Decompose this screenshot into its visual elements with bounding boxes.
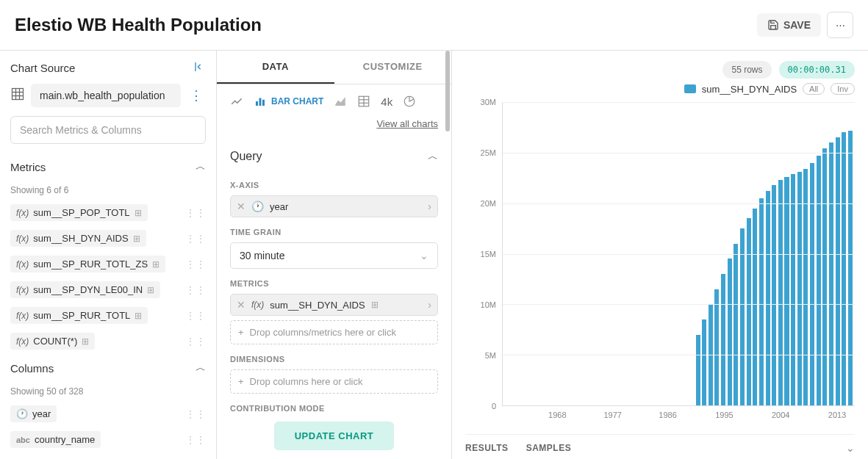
metrics-showing: Showing 6 of 6 (0, 181, 216, 200)
bar[interactable] (810, 163, 814, 405)
chevron-down-icon[interactable]: ⌄ (846, 442, 855, 454)
xaxis-label: X-AXIS (230, 181, 438, 189)
drag-handle-icon[interactable]: ⋮⋮ (185, 284, 206, 296)
drag-handle-icon[interactable]: ⋮⋮ (185, 336, 206, 347)
big-number-type[interactable]: 4k (381, 95, 392, 108)
drag-handle-icon[interactable]: ⋮⋮ (185, 207, 206, 219)
bar[interactable] (759, 198, 764, 405)
bar[interactable] (848, 131, 853, 405)
chart-panel: 55 rows 00:00:00.31 sum__SH_DYN_AIDS All… (452, 51, 868, 459)
x-tick: 1986 (659, 411, 676, 419)
bar[interactable] (772, 185, 776, 405)
save-button[interactable]: SAVE (757, 13, 821, 37)
bar[interactable] (753, 209, 757, 405)
save-icon (767, 19, 779, 31)
view-all-charts-link[interactable]: View all charts (217, 114, 451, 137)
y-tick: 30M (481, 98, 496, 106)
bar[interactable] (778, 180, 783, 405)
chevron-up-icon: ︿ (196, 160, 206, 173)
metrics-drop-zone[interactable]: + Drop columns/metrics here or click (230, 320, 438, 344)
area-chart-type[interactable] (334, 95, 347, 108)
bar[interactable] (784, 177, 789, 405)
metric-item[interactable]: f(x)sum__SH_DYN_AIDS⊞⋮⋮ (0, 225, 216, 251)
tab-customize[interactable]: CUSTOMIZE (334, 51, 452, 84)
dimensions-drop-zone[interactable]: + Drop columns here or click (230, 369, 438, 394)
bar[interactable] (702, 319, 706, 405)
update-chart-button[interactable]: UPDATE CHART (274, 422, 395, 450)
svg-rect-6 (256, 101, 258, 106)
results-tab[interactable]: RESULTS (465, 443, 509, 453)
table-chart-type[interactable] (357, 95, 370, 108)
line-chart-type[interactable] (230, 95, 243, 108)
metric-item[interactable]: f(x)sum__SP_DYN_LE00_IN⊞⋮⋮ (0, 277, 216, 303)
y-tick: 25M (481, 148, 496, 157)
metrics-section-header[interactable]: Metrics ︿ (0, 153, 216, 181)
chevron-right-icon[interactable]: › (428, 200, 431, 212)
scroll-indicator[interactable] (445, 51, 450, 131)
bar[interactable] (797, 172, 802, 405)
plus-icon: + (238, 376, 244, 387)
bar[interactable] (740, 228, 745, 405)
metric-item[interactable]: f(x)sum__SP_RUR_TOTL⊞⋮⋮ (0, 303, 216, 328)
save-button-label: SAVE (783, 19, 811, 31)
timegrain-select[interactable]: 30 minute ⌄ (230, 242, 438, 269)
close-icon[interactable]: ✕ (237, 299, 245, 311)
bar[interactable] (817, 156, 821, 405)
chevron-right-icon[interactable]: › (428, 299, 431, 311)
metric-item[interactable]: f(x)COUNT(*)⊞⋮⋮ (0, 328, 216, 354)
drag-handle-icon[interactable]: ⋮⋮ (185, 310, 206, 322)
bar[interactable] (721, 274, 725, 405)
chevron-up-icon: ︿ (428, 150, 438, 163)
bar[interactable] (836, 137, 840, 405)
legend-all-toggle[interactable]: All (803, 83, 825, 95)
search-input[interactable] (10, 116, 206, 144)
bar[interactable] (696, 335, 700, 405)
drag-handle-icon[interactable]: ⋮⋮ (185, 408, 206, 420)
bar[interactable] (822, 148, 827, 405)
bar[interactable] (714, 289, 719, 405)
pie-chart-type[interactable] (403, 95, 416, 108)
svg-rect-7 (259, 98, 262, 106)
samples-tab[interactable]: SAMPLES (526, 443, 572, 453)
bar-chart-type[interactable]: BAR CHART (254, 95, 323, 108)
tab-data[interactable]: DATA (217, 51, 334, 84)
more-button[interactable]: ⋯ (827, 12, 853, 38)
bar[interactable] (728, 259, 732, 405)
x-tick: 1977 (603, 411, 621, 419)
bar[interactable] (747, 218, 751, 405)
source-name[interactable]: main.wb_health_population (31, 84, 181, 107)
metrics-field[interactable]: ✕ f(x) sum__SH_DYN_AIDS ⊞ › (230, 294, 438, 316)
columns-showing: Showing 50 of 328 (0, 382, 216, 401)
column-item[interactable]: 🕐year⋮⋮ (0, 401, 216, 427)
metric-item[interactable]: f(x)sum__SP_POP_TOTL⊞⋮⋮ (0, 200, 216, 225)
bar[interactable] (791, 174, 795, 405)
x-tick: 2013 (828, 411, 846, 419)
drag-handle-icon[interactable]: ⋮⋮ (185, 259, 206, 270)
collapse-sidebar-icon[interactable] (194, 61, 206, 75)
bar[interactable] (803, 169, 808, 405)
y-tick: 20M (481, 199, 496, 208)
drag-handle-icon[interactable]: ⋮⋮ (185, 233, 206, 245)
xaxis-field[interactable]: ✕ 🕐 year › (230, 195, 438, 217)
bar[interactable] (842, 132, 846, 405)
legend-swatch (684, 84, 696, 93)
bar[interactable] (766, 191, 770, 405)
chart-source-label: Chart Source (10, 62, 75, 74)
bar[interactable] (829, 142, 833, 405)
config-panel: DATA CUSTOMIZE BAR CHART 4k View all cha… (217, 51, 452, 459)
chevron-down-icon: ⌄ (420, 250, 428, 261)
dots-icon: ⋯ (836, 20, 845, 31)
plus-icon: + (238, 327, 244, 338)
legend-inv-toggle[interactable]: Inv (831, 83, 855, 95)
close-icon[interactable]: ✕ (237, 200, 245, 212)
column-item[interactable]: abccountry_name⋮⋮ (0, 427, 216, 452)
bar[interactable] (734, 244, 738, 405)
columns-section-header[interactable]: Columns ︿ (0, 354, 216, 382)
chart-area: 05M10M15M20M25M30M 196819771986199520042… (465, 102, 855, 428)
y-tick: 0 (492, 402, 496, 411)
metric-item[interactable]: f(x)sum__SP_RUR_TOTL_ZS⊞⋮⋮ (0, 251, 216, 277)
drag-handle-icon[interactable]: ⋮⋮ (185, 434, 206, 446)
query-section-header[interactable]: Query ︿ (230, 142, 438, 170)
source-menu-button[interactable]: ⋮ (187, 87, 206, 104)
metrics-field-label: METRICS (230, 279, 438, 288)
